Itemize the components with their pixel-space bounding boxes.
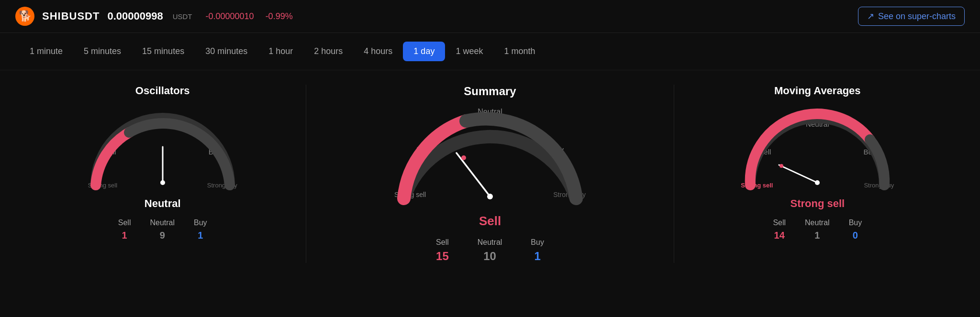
see-on-charts-label: See on super-charts [878, 11, 956, 22]
see-on-charts-link[interactable]: ↗ See on super-charts [858, 7, 965, 26]
svg-line-2 [457, 153, 490, 197]
oscillators-gauge-svg [86, 109, 239, 195]
timeframe-btn-1d[interactable]: 1 day [403, 42, 445, 61]
ma-stat-sell-label: Sell [773, 219, 786, 227]
sum-stat-buy-value: 1 [534, 250, 540, 263]
summary-gauge: Neutral Sell Buy Strong sell Strong buy [390, 103, 590, 213]
timeframe-btn-2h[interactable]: 2 hours [303, 42, 353, 61]
ticker-symbol: SHIBUSDT [42, 10, 100, 22]
timeframe-btn-1w[interactable]: 1 week [445, 42, 493, 61]
svg-point-6 [815, 180, 820, 185]
oscillators-gauge: Sell Neutral Buy Strong sell Strong buy [86, 109, 239, 195]
timeframe-btn-4h[interactable]: 4 hours [353, 42, 403, 61]
oscillators-title: Oscillators [135, 85, 190, 97]
header: 🐕 SHIBUSDT 0.00000998 USDT -0.00000010 -… [0, 0, 980, 33]
sum-stat-sell-label: Sell [436, 238, 449, 247]
timeframe-btn-15m[interactable]: 15 minutes [132, 42, 195, 61]
ma-stat-buy-value: 0 [853, 230, 858, 241]
ma-gauge: Neutral Sell Buy Strong sell Strong buy [741, 109, 894, 195]
oscillators-section: Oscillators Sell Neutral Buy Strong sell… [29, 85, 296, 241]
sum-stat-neutral-value: 10 [483, 250, 496, 263]
timeframe-btn-5m[interactable]: 5 minutes [73, 42, 132, 61]
ticker-price: 0.00000998 [107, 10, 163, 22]
oscillators-stats: Sell 1 Neutral 9 Buy 1 [118, 219, 207, 241]
osc-stat-sell-value: 1 [122, 230, 127, 241]
svg-point-3 [487, 194, 493, 199]
divider-right [674, 85, 674, 263]
ticker-change-pct: -0.99% [266, 11, 293, 22]
ma-stat-sell: Sell 14 [773, 219, 786, 241]
sum-stat-sell-value: 15 [436, 250, 449, 263]
timeframe-btn-1mo[interactable]: 1 month [493, 42, 546, 61]
divider-left [306, 85, 306, 263]
moving-averages-section: Moving Averages Neutral Sell Buy Strong … [684, 85, 951, 241]
summary-section: Summary Neutral Sell Buy Strong sell Str… [316, 85, 664, 263]
osc-stat-sell: Sell 1 [118, 219, 131, 241]
ma-result: Strong sell [790, 197, 845, 210]
svg-line-5 [779, 165, 817, 183]
summary-title: Summary [464, 85, 516, 98]
osc-stat-buy-label: Buy [194, 219, 207, 227]
ticker-unit: USDT [173, 12, 192, 21]
ma-stats: Sell 14 Neutral 1 Buy 0 [773, 219, 862, 241]
sum-stat-sell: Sell 15 [436, 238, 449, 263]
osc-stat-buy: Buy 1 [194, 219, 207, 241]
osc-stat-sell-label: Sell [118, 219, 131, 227]
osc-stat-neutral-label: Neutral [150, 219, 175, 227]
ma-stat-neutral: Neutral 1 [805, 219, 830, 241]
ticker-change-abs: -0.00000010 [206, 11, 254, 22]
ma-stat-neutral-value: 1 [814, 230, 820, 241]
osc-stat-neutral: Neutral 9 [150, 219, 175, 241]
sum-stat-buy-label: Buy [531, 238, 544, 247]
ma-gauge-svg [741, 109, 894, 195]
timeframe-btn-1h[interactable]: 1 hour [258, 42, 303, 61]
osc-stat-neutral-value: 9 [160, 230, 165, 241]
sum-stat-buy: Buy 1 [531, 238, 544, 263]
osc-stat-buy-value: 1 [198, 230, 203, 241]
summary-gauge-svg [390, 103, 590, 213]
svg-point-7 [780, 164, 783, 168]
ma-stat-buy: Buy 0 [849, 219, 862, 241]
ma-stat-sell-value: 14 [774, 230, 785, 241]
header-left: 🐕 SHIBUSDT 0.00000998 USDT -0.00000010 -… [15, 7, 293, 26]
sum-stat-neutral: Neutral 10 [478, 238, 502, 263]
timeframe-bar: 1 minute5 minutes15 minutes30 minutes1 h… [0, 33, 980, 70]
timeframe-btn-30m[interactable]: 30 minutes [195, 42, 258, 61]
summary-stats: Sell 15 Neutral 10 Buy 1 [436, 238, 544, 263]
ma-stat-neutral-label: Neutral [805, 219, 830, 227]
svg-point-1 [160, 180, 165, 185]
timeframe-btn-1m[interactable]: 1 minute [19, 42, 73, 61]
chart-icon: ↗ [867, 11, 874, 22]
shib-logo: 🐕 [15, 7, 34, 26]
main-content: Oscillators Sell Neutral Buy Strong sell… [0, 70, 980, 273]
ma-stat-buy-label: Buy [849, 219, 862, 227]
summary-result: Sell [479, 214, 501, 229]
svg-point-4 [461, 155, 466, 160]
oscillators-result: Neutral [145, 197, 181, 210]
ma-title: Moving Averages [774, 85, 861, 97]
sum-stat-neutral-label: Neutral [478, 238, 502, 247]
